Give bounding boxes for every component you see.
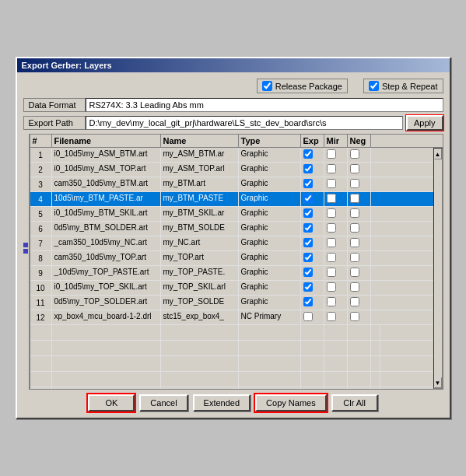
col-scroll	[371, 135, 380, 147]
step-repeat-checkbox[interactable]	[369, 81, 379, 91]
table-row[interactable]: 7_cam350_10d5\my_NC.artmy_NC.artGraphic	[30, 236, 433, 251]
cancel-button[interactable]: Cancel	[139, 394, 187, 411]
scroll-up-button[interactable]: ▲	[434, 149, 442, 159]
table-body: 1i0_10d5\my_ASM_BTM.artmy_ASM_BTM.arGrap…	[30, 148, 433, 389]
table-row[interactable]: 3cam350_10d5\my_BTM.artmy_BTM.artGraphic	[30, 177, 433, 192]
table-cell[interactable]	[348, 177, 371, 191]
table-cell[interactable]	[348, 310, 371, 324]
table-cell[interactable]	[348, 192, 371, 206]
copy-names-button[interactable]: Copy Names	[255, 394, 327, 411]
table-row[interactable]: 2i0_10d5\my_ASM_TOP.artmy_ASM_TOP.arlGra…	[30, 163, 433, 177]
table-cell[interactable]	[301, 148, 324, 162]
table-cell: _cam350_10d5\my_NC.art	[52, 236, 161, 250]
release-package-checkbox[interactable]	[262, 81, 272, 91]
vertical-scrollbar[interactable]: ▲ ▼	[433, 148, 443, 389]
table-cell[interactable]	[301, 192, 324, 206]
table-row[interactable]: 9_10d5\my_TOP_PASTE.artmy_TOP_PASTE.Grap…	[30, 266, 433, 281]
table-cell[interactable]	[324, 251, 348, 265]
table-cell: 4	[30, 192, 52, 206]
table-cell-pad	[371, 192, 380, 206]
scroll-down-button[interactable]: ▼	[434, 377, 442, 388]
table-cell[interactable]	[348, 266, 371, 280]
step-repeat-option[interactable]: Step & Repeat	[363, 79, 443, 93]
export-gerber-dialog: Export Gerber: Layers Release Package St…	[16, 57, 451, 419]
table-row[interactable]: 10i0_10d5\my_TOP_SKIL.artmy_TOP_SKIL.arl…	[30, 281, 433, 296]
clr-all-button[interactable]: Clr All	[331, 394, 378, 411]
table-row-empty	[30, 387, 433, 389]
export-path-value[interactable]: D:\my_dev\my_local_git_prj\hardware\LS_s…	[86, 116, 403, 130]
table-cell: 1	[30, 148, 52, 162]
table-cell[interactable]	[324, 163, 348, 177]
table-row[interactable]: 110d5\my_TOP_SOLDER.artmy_TOP_SOLDEGraph…	[30, 296, 433, 310]
table-cell: 11	[30, 296, 52, 310]
table-cell: _10d5\my_TOP_PASTE.art	[52, 266, 161, 280]
table-row[interactable]: 5i0_10d5\my_BTM_SKIL.artmy_BTM_SKIL.arGr…	[30, 207, 433, 222]
table-cell: my_BTM.art	[161, 177, 239, 191]
ok-button[interactable]: OK	[88, 394, 135, 411]
table-cell[interactable]	[301, 251, 324, 265]
table-cell[interactable]	[324, 236, 348, 250]
table-cell: cam350_10d5\my_TOP.art	[52, 251, 161, 265]
table-cell[interactable]	[301, 177, 324, 191]
table-row-empty	[30, 372, 433, 387]
table-cell: 10	[30, 281, 52, 295]
apply-button[interactable]: Apply	[406, 115, 443, 131]
table-cell[interactable]	[324, 266, 348, 280]
table-cell: Graphic	[239, 148, 301, 162]
table-cell[interactable]	[348, 207, 371, 221]
table-cell: Graphic	[239, 192, 301, 206]
table-row[interactable]: 12xp_box4_mcu_board-1-2.drlstc15_exp_box…	[30, 310, 433, 325]
col-neg: Neg	[348, 135, 371, 147]
table-row[interactable]: 8cam350_10d5\my_TOP.artmy_TOP.artGraphic	[30, 251, 433, 266]
table-cell[interactable]	[324, 192, 348, 206]
table-cell: my_BTM_SKIL.ar	[161, 207, 239, 221]
table-cell[interactable]	[324, 207, 348, 221]
table-row-empty	[30, 325, 433, 341]
table-cell[interactable]	[301, 266, 324, 280]
data-format-row: Data Format RS274X: 3.3 Leading Abs mm	[23, 98, 443, 112]
table-cell: my_BTM_SOLDE	[161, 222, 239, 236]
table-row[interactable]: 60d5\my_BTM_SOLDER.artmy_BTM_SOLDEGraphi…	[30, 222, 433, 236]
table-cell[interactable]	[348, 148, 371, 162]
table-row[interactable]: 1i0_10d5\my_ASM_BTM.artmy_ASM_BTM.arGrap…	[30, 148, 433, 163]
table-cell[interactable]	[324, 222, 348, 236]
table-cell-pad	[371, 163, 380, 177]
export-path-row: Export Path D:\my_dev\my_local_git_prj\h…	[23, 115, 443, 131]
table-cell: Graphic	[239, 236, 301, 250]
table-cell: my_TOP.art	[161, 251, 239, 265]
table-cell[interactable]	[301, 296, 324, 310]
table-cell[interactable]	[348, 251, 371, 265]
table-cell[interactable]	[324, 296, 348, 310]
table-cell[interactable]	[324, 177, 348, 191]
table-cell[interactable]	[348, 281, 371, 295]
table-row[interactable]: 410d5\my_BTM_PASTE.army_BTM_PASTEGraphic	[30, 192, 433, 207]
table-cell[interactable]	[301, 163, 324, 177]
table-cell[interactable]	[301, 222, 324, 236]
table-cell[interactable]	[348, 222, 371, 236]
table-cell[interactable]	[324, 310, 348, 324]
table-cell[interactable]	[301, 281, 324, 295]
table-cell[interactable]	[301, 310, 324, 324]
table-cell-pad	[371, 148, 380, 162]
table-cell[interactable]	[348, 236, 371, 250]
col-exp: Exp	[301, 135, 324, 147]
table-cell[interactable]	[348, 163, 371, 177]
release-package-label: Release Package	[275, 82, 342, 91]
table-cell: Graphic	[239, 296, 301, 310]
table-cell[interactable]	[348, 296, 371, 310]
table-cell: my_TOP_SKIL.arl	[161, 281, 239, 295]
table-cell[interactable]	[324, 148, 348, 162]
release-package-option[interactable]: Release Package	[257, 79, 348, 93]
extended-button[interactable]: Extended	[193, 394, 251, 411]
table-cell: 7	[30, 236, 52, 250]
table-cell-pad	[371, 251, 380, 265]
col-num: #	[30, 135, 52, 147]
data-format-label: Data Format	[23, 98, 86, 112]
table-cell[interactable]	[324, 281, 348, 295]
table-cell: i0_10d5\my_ASM_TOP.art	[52, 163, 161, 177]
table-cell: 12	[30, 310, 52, 324]
table-header: # Filename Name Type Exp Mir Neg	[30, 135, 443, 148]
table-cell[interactable]	[301, 207, 324, 221]
table-cell[interactable]	[301, 236, 324, 250]
export-path-label: Export Path	[23, 116, 86, 130]
